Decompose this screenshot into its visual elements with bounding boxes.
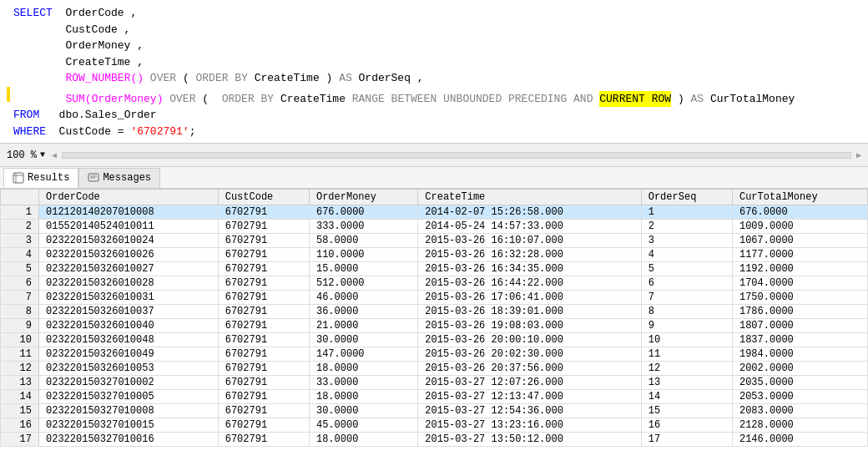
table-cell: 33.0000 <box>309 376 417 390</box>
table-cell: 6 <box>641 276 732 291</box>
cell-rownum: 15 <box>1 404 39 418</box>
table-cell: 1 <box>641 205 732 220</box>
sql-line-6: SUM(OrderMoney) OVER ( ORDER BY CreateTi… <box>0 87 868 108</box>
table-cell: 2015-03-26 18:39:01.000 <box>418 305 641 319</box>
table-cell: 6702791 <box>218 404 309 418</box>
cell-rownum: 10 <box>1 333 39 347</box>
table-cell: 2146.0000 <box>732 433 867 447</box>
table-cell: 6702791 <box>218 433 309 447</box>
table-cell: 2015-03-27 12:07:26.000 <box>418 376 641 390</box>
table-row: 10121201402070100086702791676.00002014-0… <box>1 205 868 220</box>
table-cell: 12 <box>641 362 732 376</box>
cell-rownum: 12 <box>1 362 39 376</box>
tab-results-label: Results <box>28 172 69 184</box>
sql-editor[interactable]: SELECT OrderCode , CustCode , OrderMoney… <box>0 0 868 144</box>
cell-rownum: 1 <box>1 205 39 220</box>
table-cell: 2015-03-27 13:23:16.000 <box>418 418 641 433</box>
table-cell: 18.0000 <box>309 362 417 376</box>
tab-messages[interactable]: Messages <box>78 168 160 188</box>
table-cell: 15 <box>641 404 732 418</box>
table-cell: 2 <box>641 220 732 234</box>
cell-rownum: 3 <box>1 234 39 248</box>
cell-rownum: 2 <box>1 220 39 234</box>
table-cell: 6702791 <box>218 248 309 262</box>
table-cell: 6702791 <box>218 262 309 276</box>
table-cell: 110.0000 <box>309 248 417 262</box>
table-row: 7023220150326010031670279146.00002015-03… <box>1 291 868 305</box>
sql-line-2: CustCode , <box>0 22 868 38</box>
sql-line-8: WHERE CustCode = '6702791' ; <box>0 124 868 140</box>
table-row: 40232201503260100266702791110.00002015-0… <box>1 248 868 262</box>
sql-line-7: FROM dbo.Sales_Order <box>0 107 868 124</box>
table-cell: 4 <box>641 248 732 262</box>
table-cell: 023220150327010002 <box>38 376 218 390</box>
table-cell: 6702791 <box>218 319 309 333</box>
table-cell: 1009.0000 <box>732 220 867 234</box>
table-row: 20155201405240100116702791333.00002014-0… <box>1 220 868 234</box>
messages-icon <box>88 172 99 184</box>
table-cell: 2083.0000 <box>732 404 867 418</box>
scrollbar-left-icon: ◀ <box>52 150 57 160</box>
table-cell: 14 <box>641 390 732 404</box>
table-cell: 21.0000 <box>309 319 417 333</box>
table-cell: 15.0000 <box>309 262 417 276</box>
cell-rownum: 6 <box>1 276 39 291</box>
table-cell: 1786.0000 <box>732 305 867 319</box>
cell-rownum: 7 <box>1 291 39 305</box>
table-row: 13023220150327010002670279133.00002015-0… <box>1 376 868 390</box>
table-cell: 023220150326010037 <box>38 305 218 319</box>
results-icon <box>13 172 24 184</box>
table-row: 9023220150326010040670279121.00002015-03… <box>1 319 868 333</box>
table-cell: 6702791 <box>218 291 309 305</box>
table-cell: 012120140207010008 <box>38 205 218 220</box>
results-table: OrderCode CustCode OrderMoney CreateTime… <box>0 189 868 447</box>
tab-results[interactable]: Results <box>3 168 78 188</box>
table-cell: 11 <box>641 347 732 362</box>
table-cell: 512.0000 <box>309 276 417 291</box>
col-header-createtime: CreateTime <box>418 190 641 205</box>
table-cell: 30.0000 <box>309 404 417 418</box>
table-cell: 2015-03-26 20:00:10.000 <box>418 333 641 347</box>
table-cell: 2015-03-26 20:02:30.000 <box>418 347 641 362</box>
table-cell: 676.0000 <box>309 205 417 220</box>
table-cell: 6702791 <box>218 234 309 248</box>
table-cell: 2015-03-27 12:54:36.000 <box>418 404 641 418</box>
cell-rownum: 8 <box>1 305 39 319</box>
table-row: 15023220150327010008670279130.00002015-0… <box>1 404 868 418</box>
table-row: 14023220150327010005670279118.00002015-0… <box>1 390 868 404</box>
table-cell: 16 <box>641 418 732 433</box>
table-cell: 333.0000 <box>309 220 417 234</box>
table-cell: 1984.0000 <box>732 347 867 362</box>
table-cell: 1177.0000 <box>732 248 867 262</box>
table-cell: 2015-03-26 16:44:22.000 <box>418 276 641 291</box>
table-cell: 2015-03-26 17:06:41.000 <box>418 291 641 305</box>
table-cell: 6702791 <box>218 276 309 291</box>
scrollbar-right-icon: ▶ <box>856 150 861 160</box>
table-cell: 6702791 <box>218 390 309 404</box>
table-cell: 147.0000 <box>309 347 417 362</box>
table-header-row: OrderCode CustCode OrderMoney CreateTime… <box>1 190 868 205</box>
table-cell: 3 <box>641 234 732 248</box>
table-cell: 023220150327010016 <box>38 433 218 447</box>
table-cell: 1067.0000 <box>732 234 867 248</box>
table-cell: 2015-03-27 12:13:47.000 <box>418 390 641 404</box>
table-cell: 6702791 <box>218 333 309 347</box>
table-cell: 023220150326010028 <box>38 276 218 291</box>
table-cell: 45.0000 <box>309 418 417 433</box>
table-cell: 1192.0000 <box>732 262 867 276</box>
table-cell: 6702791 <box>218 305 309 319</box>
table-row: 10023220150326010048670279130.00002015-0… <box>1 333 868 347</box>
sql-line-4: CreateTime , <box>0 54 868 71</box>
results-container[interactable]: OrderCode CustCode OrderMoney CreateTime… <box>0 189 868 471</box>
table-cell: 023220150326010027 <box>38 262 218 276</box>
table-cell: 58.0000 <box>309 234 417 248</box>
table-cell: 023220150326010024 <box>38 234 218 248</box>
table-cell: 6702791 <box>218 362 309 376</box>
zoom-label: 100 % <box>7 149 37 161</box>
cell-rownum: 17 <box>1 433 39 447</box>
table-row: 16023220150327010015670279145.00002015-0… <box>1 418 868 433</box>
horizontal-scrollbar[interactable] <box>62 152 851 159</box>
table-cell: 2015-03-27 13:50:12.000 <box>418 433 641 447</box>
table-row: 60232201503260100286702791512.00002015-0… <box>1 276 868 291</box>
zoom-dropdown-icon[interactable]: ▼ <box>40 150 45 160</box>
